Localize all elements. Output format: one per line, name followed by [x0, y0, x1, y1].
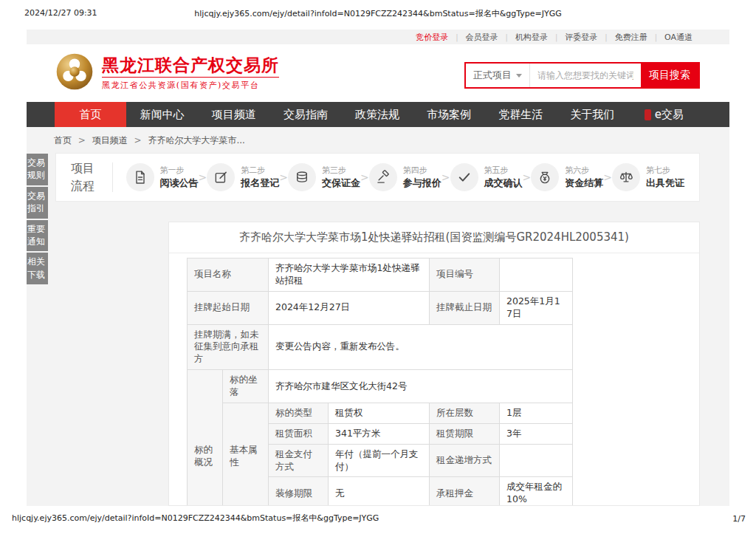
table-row: 标的概况 标的坐落 齐齐哈尔市建华区文化大街42号	[188, 370, 573, 403]
breadcrumb-projects[interactable]: 项目频道	[92, 135, 128, 146]
cell-value: 3年	[500, 423, 573, 444]
site-title: 黑龙江联合产权交易所	[102, 55, 279, 76]
flow-steps: 第一步 阅读公告 > 第二步 报名登记 >	[126, 163, 684, 191]
cell-label: 承租押金	[430, 477, 500, 506]
side-tabs: 交易规则 交易指引 重要通知 相关下载	[27, 154, 48, 286]
print-header-url: hljcqjy.ejy365.com/ejy/detail?infoId=N01…	[0, 8, 756, 19]
content-area: 首页 > 项目频道 > 齐齐哈尔大学大学菜市... 交易规则 交易指引 重要通知…	[27, 127, 729, 506]
step-number: 第三步	[322, 165, 360, 176]
table-row: 项目名称 齐齐哈尔大学大学菜市场1处快递驿站招租 项目编号	[188, 259, 573, 292]
search-category-select[interactable]: 正式项目	[466, 64, 530, 87]
chevron-right-icon: >	[279, 171, 288, 183]
flow-step-2: 第二步 报名登记	[207, 163, 279, 191]
step-number: 第四步	[403, 165, 441, 176]
cell-label: 所在层数	[430, 403, 500, 423]
link-bid-login[interactable]: 竞价登录	[408, 32, 456, 43]
chevron-right-icon: >	[441, 171, 450, 183]
breadcrumb-separator: >	[75, 135, 89, 146]
chevron-right-icon: >	[360, 171, 369, 183]
nav-item-party[interactable]: 党群生活	[485, 102, 557, 127]
search-category-value: 正式项目	[473, 69, 512, 82]
cell-label: 挂牌起始日期	[188, 291, 269, 324]
site-subtitle: 黑龙江省公共资源(国有资产)交易平台	[102, 77, 279, 91]
side-tab-important-notice[interactable]: 重要通知	[27, 220, 48, 252]
main-nav: 首页 新闻中心 项目频道 交易指南 政策法规 市场案例 党群生活 关于我们 e交…	[27, 102, 729, 127]
header-band: 黑龙江联合产权交易所 黑龙江省公共资源(国有资产)交易平台 正式项目 项目搜索	[27, 44, 729, 102]
table-row: 基本属性 标的类型 租赁权 所在层数 1层	[188, 403, 573, 423]
cell-value: 变更公告内容，重新发布公告。	[269, 324, 573, 370]
table-row: 挂牌起始日期 2024年12月27日 挂牌截止日期 2025年1月17日	[188, 291, 573, 324]
cell-label: 标的类型	[269, 403, 329, 423]
nav-item-projects[interactable]: 项目频道	[198, 102, 269, 127]
cell-value: 2025年1月17日	[500, 291, 573, 324]
side-tab-trade-rules[interactable]: 交易规则	[27, 154, 48, 185]
golden-knot-logo-icon	[55, 52, 94, 95]
webpage: 竞价登录 | 会员登录 | 机构登录 | 评委登录 | 免费注册 | OA通道	[27, 30, 729, 507]
print-header-date: 2024/12/27 09:31	[24, 8, 97, 18]
cell-label: 项目名称	[188, 259, 269, 292]
step-name: 资金结算	[565, 177, 603, 190]
side-tab-downloads[interactable]: 相关下载	[27, 253, 48, 284]
nav-item-policy[interactable]: 政策法规	[341, 102, 413, 127]
cell-label: 挂牌截止日期	[430, 291, 500, 324]
link-free-register[interactable]: 免费注册	[608, 32, 655, 43]
utility-bar: 竞价登录 | 会员登录 | 机构登录 | 评委登录 | 免费注册 | OA通道	[27, 30, 729, 44]
flow-step-4: 第四步 参与报价	[369, 163, 441, 191]
screen: hljcqjy.ejy365.com/ejy/detail?infoId=N01…	[0, 0, 756, 534]
cell-value: 年付（提前一个月支付）	[329, 444, 430, 477]
cell-value: 2024年12月27日	[269, 291, 430, 324]
cell-label: 租赁期限	[430, 423, 500, 444]
side-tab-trade-guide[interactable]: 交易指引	[27, 187, 48, 219]
print-footer-url: hljcqjy.ejy365.com/ejy/detail?infoId=N01…	[12, 513, 379, 524]
chevron-right-icon: >	[603, 171, 612, 183]
nav-item-trade-guide[interactable]: 交易指南	[269, 102, 341, 127]
coins-icon	[288, 163, 316, 191]
breadcrumb: 首页 > 项目频道 > 齐齐哈尔大学大学菜市...	[54, 134, 245, 147]
cell-value: 341平方米	[329, 423, 430, 444]
cell-label: 租金递增方式	[430, 444, 500, 477]
etrade-logo-icon	[645, 109, 651, 120]
cell-label: 装修期限	[269, 477, 329, 506]
nav-item-etrade[interactable]: e交易	[628, 102, 700, 127]
nav-item-etrade-label: e交易	[655, 108, 684, 122]
breadcrumb-home[interactable]: 首页	[54, 135, 72, 146]
cell-value: 齐齐哈尔市建华区文化大街42号	[269, 370, 573, 403]
step-name: 参与报价	[403, 177, 441, 190]
step-name: 出具凭证	[646, 177, 684, 190]
cell-value: 成交年租金的10%	[500, 477, 573, 506]
step-number: 第五步	[484, 165, 523, 176]
nav-item-home[interactable]: 首页	[55, 102, 126, 127]
nav-item-about[interactable]: 关于我们	[557, 102, 628, 127]
project-detail-table: 项目名称 齐齐哈尔大学大学菜市场1处快递驿站招租 项目编号 挂牌起始日期 202…	[187, 258, 573, 506]
link-oa-portal[interactable]: OA通道	[657, 32, 700, 43]
project-search-box: 正式项目 项目搜索	[464, 62, 700, 89]
project-flow-panel: 项目流程 第一步 阅读公告 >	[55, 153, 700, 202]
breadcrumb-current: 齐齐哈尔大学大学菜市...	[148, 135, 244, 146]
cell-label: 租金支付方式	[269, 444, 329, 477]
search-input[interactable]	[530, 64, 641, 87]
divider	[112, 162, 113, 192]
flow-step-1: 第一步 阅读公告	[126, 163, 199, 191]
nav-item-cases[interactable]: 市场案例	[413, 102, 485, 127]
site-logo[interactable]: 黑龙江联合产权交易所 黑龙江省公共资源(国有资产)交易平台	[55, 52, 279, 95]
flow-label: 项目流程	[71, 160, 100, 195]
step-number: 第二步	[241, 165, 279, 176]
nav-item-news[interactable]: 新闻中心	[126, 102, 198, 127]
link-judge-login[interactable]: 评委登录	[557, 32, 605, 43]
document-icon	[126, 163, 154, 191]
link-org-login[interactable]: 机构登录	[508, 32, 555, 43]
search-button[interactable]: 项目搜索	[641, 64, 698, 87]
step-number: 第七步	[646, 165, 684, 176]
flow-step-7: 第七步 出具凭证	[612, 163, 684, 191]
step-name: 交保证金	[322, 177, 360, 190]
cell-label: 项目编号	[430, 259, 500, 292]
chevron-right-icon: >	[199, 171, 207, 183]
cell-value: 1层	[500, 403, 573, 423]
table-row: 挂牌期满，如未征集到意向承租方 变更公告内容，重新发布公告。	[188, 324, 573, 370]
cell-value: 齐齐哈尔大学大学菜市场1处快递驿站招租	[269, 259, 430, 292]
gavel-icon	[369, 163, 397, 191]
link-member-login[interactable]: 会员登录	[458, 32, 506, 43]
cell-label: 基本属性	[223, 403, 269, 506]
edit-icon	[207, 163, 235, 191]
cell-value	[500, 259, 573, 292]
